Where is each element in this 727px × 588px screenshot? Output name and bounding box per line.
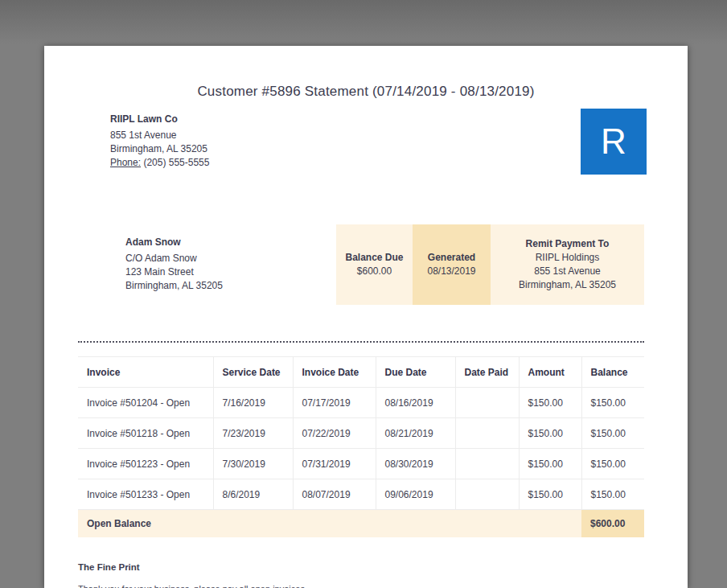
- cell-invoice-date: 07/22/2019: [293, 418, 376, 449]
- cell-invoice-date: 08/07/2019: [293, 479, 376, 510]
- header-due-date: Due Date: [376, 357, 455, 388]
- company-address-line1: 855 1st Avenue: [110, 129, 209, 142]
- header-balance: Balance: [581, 357, 644, 388]
- cell-date-paid: [455, 418, 519, 449]
- fine-print-body: Thank you for your business, please pay …: [78, 584, 644, 588]
- remit-line2: 855 1st Avenue: [491, 265, 644, 278]
- open-balance-label: Open Balance: [78, 510, 581, 538]
- remit-line1: RIIPL Holdings: [491, 251, 644, 265]
- company-logo: R: [581, 109, 647, 175]
- header-invoice: Invoice: [78, 357, 213, 388]
- phone-label: Phone:: [110, 157, 141, 168]
- generated-cell: Generated 08/13/2019: [413, 224, 491, 305]
- company-name: RIIPL Lawn Co: [110, 113, 209, 126]
- cell-balance: $150.00: [581, 479, 644, 510]
- cell-balance: $150.00: [581, 449, 644, 479]
- cell-invoice: Invoice #501204 - Open: [78, 388, 213, 418]
- header-invoice-date: Invoice Date: [293, 357, 376, 388]
- cell-date-paid: [455, 479, 519, 510]
- summary-box: Balance Due $600.00 Generated 08/13/2019…: [336, 224, 644, 305]
- fine-print-section: The Fine Print Thank you for your busine…: [78, 562, 644, 588]
- generated-value: 08/13/2019: [413, 265, 491, 278]
- dotted-divider: [78, 341, 644, 343]
- cell-balance: $150.00: [581, 418, 644, 449]
- phone-value: (205) 555-5555: [143, 157, 209, 168]
- company-header: RIIPL Lawn Co 855 1st Avenue Birmingham,…: [44, 113, 688, 175]
- cell-date-paid: [455, 449, 519, 479]
- page-title: Customer #5896 Statement (07/14/2019 - 0…: [44, 84, 688, 100]
- cell-due-date: 08/16/2019: [376, 388, 455, 418]
- cell-invoice-date: 07/17/2019: [293, 388, 376, 418]
- table-row: Invoice #501223 - Open 7/30/2019 07/31/2…: [78, 449, 644, 479]
- cell-due-date: 09/06/2019: [376, 479, 455, 510]
- cell-balance: $150.00: [581, 388, 644, 418]
- logo-letter: R: [601, 121, 626, 162]
- header-amount: Amount: [519, 357, 581, 388]
- cell-amount: $150.00: [519, 388, 581, 418]
- table-row: Invoice #501204 - Open 7/16/2019 07/17/2…: [78, 388, 644, 418]
- table-row: Invoice #501218 - Open 7/23/2019 07/22/2…: [78, 418, 644, 449]
- cell-service-date: 7/23/2019: [213, 418, 293, 449]
- header-service-date: Service Date: [213, 357, 293, 388]
- company-phone: Phone: (205) 555-5555: [110, 156, 209, 170]
- customer-line3: Birmingham, AL 35205: [125, 279, 223, 293]
- cell-date-paid: [455, 388, 519, 418]
- generated-label: Generated: [413, 251, 491, 265]
- company-block: RIIPL Lawn Co 855 1st Avenue Birmingham,…: [110, 113, 209, 170]
- cell-invoice: Invoice #501223 - Open: [78, 449, 213, 479]
- cell-due-date: 08/30/2019: [376, 449, 455, 479]
- company-address-line2: Birmingham, AL 35205: [110, 142, 209, 156]
- customer-name: Adam Snow: [125, 236, 223, 249]
- open-balance-row: Open Balance $600.00: [78, 510, 644, 538]
- balance-due-label: Balance Due: [336, 251, 413, 265]
- remit-label: Remit Payment To: [491, 237, 644, 251]
- cell-due-date: 08/21/2019: [376, 418, 455, 449]
- cell-service-date: 8/6/2019: [213, 479, 293, 510]
- balance-due-cell: Balance Due $600.00: [336, 224, 413, 305]
- cell-amount: $150.00: [519, 479, 581, 510]
- customer-block: Adam Snow C/O Adam Snow 123 Main Street …: [125, 224, 223, 305]
- customer-line2: 123 Main Street: [125, 265, 223, 279]
- balance-due-value: $600.00: [336, 265, 413, 278]
- cell-amount: $150.00: [519, 418, 581, 449]
- open-balance-value: $600.00: [581, 510, 644, 538]
- cell-invoice: Invoice #501233 - Open: [78, 479, 213, 510]
- table-row: Invoice #501233 - Open 8/6/2019 08/07/20…: [78, 479, 644, 510]
- remit-payment-cell: Remit Payment To RIIPL Holdings 855 1st …: [491, 224, 644, 305]
- header-date-paid: Date Paid: [455, 357, 519, 388]
- customer-summary-row: Adam Snow C/O Adam Snow 123 Main Street …: [44, 224, 688, 305]
- cell-service-date: 7/30/2019: [213, 449, 293, 479]
- fine-print-title: The Fine Print: [78, 562, 644, 572]
- customer-line1: C/O Adam Snow: [125, 252, 223, 265]
- statement-page: Customer #5896 Statement (07/14/2019 - 0…: [44, 46, 688, 588]
- cell-invoice: Invoice #501218 - Open: [78, 418, 213, 449]
- cell-invoice-date: 07/31/2019: [293, 449, 376, 479]
- remit-line3: Birmingham, AL 35205: [491, 278, 644, 292]
- table-header-row: Invoice Service Date Invoice Date Due Da…: [78, 357, 644, 388]
- cell-amount: $150.00: [519, 449, 581, 479]
- invoice-table: Invoice Service Date Invoice Date Due Da…: [78, 356, 644, 537]
- cell-service-date: 7/16/2019: [213, 388, 293, 418]
